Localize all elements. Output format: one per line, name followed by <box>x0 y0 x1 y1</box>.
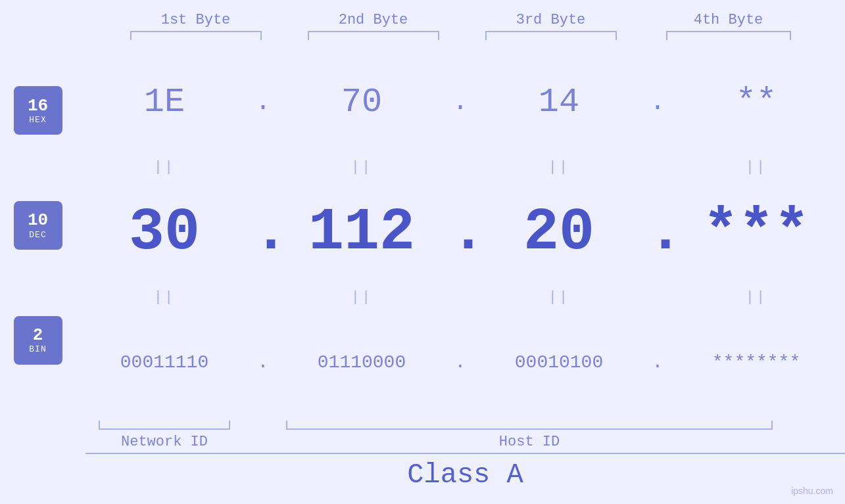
dec-row: 30 . 112 . 20 . *** <box>76 177 845 288</box>
hex-val-1: 1E <box>144 83 185 122</box>
bin-cell-1: 00011110 <box>76 352 253 373</box>
dec-val-2: 112 <box>308 199 415 266</box>
bin-row: 00011110 . 01110000 . 00010100 . *******… <box>76 307 845 418</box>
id-labels-row: Network ID Host ID <box>76 434 845 450</box>
top-brackets <box>39 31 845 40</box>
hex-badge-num: 16 <box>28 97 48 116</box>
bin-badge: 2 BIN <box>14 316 62 365</box>
bin-badge-label: BIN <box>29 344 46 354</box>
class-line <box>85 453 845 454</box>
hex-cell-3: 14 <box>470 83 648 122</box>
bracket-byte3 <box>462 31 640 40</box>
dot-dec-3: . <box>648 199 667 266</box>
hex-val-2: 70 <box>341 83 382 122</box>
hex-cell-4: ** <box>667 83 845 122</box>
dot-dec-1: . <box>253 199 273 266</box>
bin-val-4: ******** <box>712 352 800 373</box>
byte-headers: 1st Byte 2nd Byte 3rd Byte 4th Byte <box>39 0 845 28</box>
byte3-header: 3rd Byte <box>462 12 640 28</box>
hex-row: 1E . 70 . 14 . ** <box>76 47 845 158</box>
bin-val-3: 00010100 <box>515 352 603 373</box>
eq2-3: || <box>470 288 648 307</box>
hex-cell-2: 70 <box>273 83 450 122</box>
dec-val-4: *** <box>703 199 809 266</box>
eq1-1: || <box>76 158 253 177</box>
hex-val-3: 14 <box>539 83 579 122</box>
bin-val-1: 00011110 <box>120 352 208 373</box>
dot-bin-3: . <box>648 352 667 373</box>
eq2-4: || <box>667 288 845 307</box>
host-id-label: Host ID <box>273 434 786 450</box>
hex-cell-1: 1E <box>76 83 253 122</box>
byte4-header: 4th Byte <box>640 12 817 28</box>
bin-val-2: 01110000 <box>318 352 406 373</box>
dec-cell-2: 112 <box>273 199 450 266</box>
equals-row-1: || || || || <box>76 158 845 177</box>
bin-cell-3: 00010100 <box>470 352 648 373</box>
main-grid: 16 HEX 10 DEC 2 BIN 1E . 70 <box>0 47 845 450</box>
dec-badge-num: 10 <box>28 211 48 230</box>
byte1-header: 1st Byte <box>107 12 285 28</box>
dec-val-3: 20 <box>523 199 594 266</box>
hex-badge-label: HEX <box>29 115 46 125</box>
bottom-bracket-network <box>76 421 253 430</box>
eq1-4: || <box>667 158 845 177</box>
data-columns: 1E . 70 . 14 . ** || || <box>76 47 845 450</box>
network-id-label: Network ID <box>76 434 253 450</box>
bin-cell-4: ******** <box>667 352 845 373</box>
dec-badge-label: DEC <box>29 230 46 240</box>
bracket-byte2 <box>285 31 462 40</box>
class-label: Class A <box>407 459 523 491</box>
eq1-3: || <box>470 158 648 177</box>
bottom-bracket-host <box>273 421 786 430</box>
equals-row-2: || || || || <box>76 288 845 307</box>
eq2-2: || <box>273 288 450 307</box>
watermark: ipshu.com <box>791 486 833 496</box>
bottom-bracket-container <box>76 421 845 430</box>
dot-hex-2: . <box>450 87 470 117</box>
hex-badge: 16 HEX <box>14 86 62 135</box>
dot-hex-1: . <box>253 87 273 117</box>
dec-badge: 10 DEC <box>14 201 62 250</box>
bin-badge-num: 2 <box>33 326 43 345</box>
dot-hex-3: . <box>648 87 667 117</box>
hex-val-4: ** <box>736 83 777 122</box>
dec-cell-4: *** <box>667 199 845 266</box>
eq2-1: || <box>76 288 253 307</box>
dec-val-1: 30 <box>129 199 200 266</box>
badges-column: 16 HEX 10 DEC 2 BIN <box>0 47 76 450</box>
dot-bin-2: . <box>450 352 470 373</box>
bracket-byte4 <box>640 31 817 40</box>
bracket-byte1 <box>107 31 285 40</box>
main-container: 1st Byte 2nd Byte 3rd Byte 4th Byte 16 H… <box>0 0 845 504</box>
byte2-header: 2nd Byte <box>285 12 462 28</box>
dot-dec-2: . <box>450 199 470 266</box>
dec-cell-1: 30 <box>76 199 253 266</box>
bin-cell-2: 01110000 <box>273 352 450 373</box>
dot-bin-1: . <box>253 352 273 373</box>
eq1-2: || <box>273 158 450 177</box>
dec-cell-3: 20 <box>470 199 648 266</box>
class-section: Class A <box>85 453 845 504</box>
